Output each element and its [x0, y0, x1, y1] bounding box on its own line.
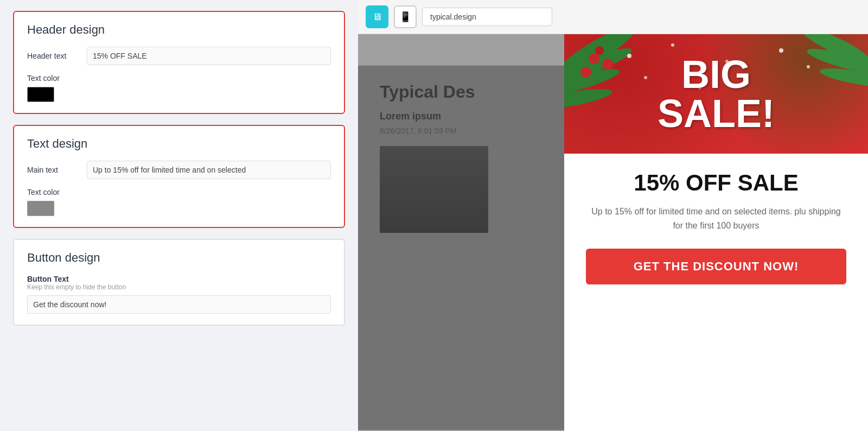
header-text-label: Header text — [27, 52, 87, 60]
svg-point-10 — [595, 46, 604, 55]
svg-point-0 — [564, 34, 639, 81]
popup-cta-button[interactable]: GET THE DISCOUNT NOW! — [586, 249, 846, 284]
url-bar[interactable]: typical.design — [422, 8, 552, 26]
header-color-label: Text color — [27, 74, 331, 83]
popup-subtext: Up to 15% off for limited time and on se… — [586, 205, 846, 232]
svg-point-14 — [779, 48, 783, 53]
website-preview: Home About FAQ Contact Typical Des Lorem… — [358, 34, 868, 431]
button-design-card: Button design Button Text Keep this empt… — [13, 239, 345, 326]
svg-point-16 — [644, 76, 647, 79]
main-text-input[interactable] — [87, 161, 331, 179]
main-text-label: Main text — [27, 166, 87, 174]
header-color-row: Text color — [27, 74, 331, 102]
header-design-title: Header design — [27, 23, 331, 37]
mobile-icon: 📱 — [399, 11, 411, 23]
text-color-swatch[interactable] — [27, 201, 54, 216]
popup-heading: 15% OFF SALE — [586, 170, 846, 196]
svg-point-11 — [627, 54, 631, 58]
big-sale-text-container: BIG SALE! — [658, 55, 775, 133]
popup-overlay[interactable]: BIG SALE! 15% OFF SALE Up to 15% off for… — [358, 34, 868, 431]
header-text-input[interactable] — [87, 47, 331, 65]
svg-point-8 — [602, 59, 613, 69]
button-text-field: Button Text Keep this empty to hide the … — [27, 275, 331, 314]
left-panel: Header design Header text Text color Tex… — [0, 0, 358, 431]
header-text-row: Header text — [27, 47, 331, 65]
button-text-label: Button Text — [27, 275, 87, 283]
right-panel: 🖥 📱 typical.design Home About FAQ Contac… — [358, 0, 868, 431]
main-text-row: Main text — [27, 161, 331, 179]
desktop-icon: 🖥 — [372, 11, 382, 23]
preview-area: Home About FAQ Contact Typical Des Lorem… — [358, 34, 868, 431]
svg-point-1 — [564, 42, 635, 91]
svg-point-7 — [589, 53, 599, 64]
svg-point-9 — [580, 67, 591, 78]
header-design-card: Header design Header text Text color — [13, 11, 345, 114]
svg-point-2 — [564, 64, 622, 102]
text-design-title: Text design — [27, 137, 331, 151]
svg-point-3 — [564, 85, 614, 113]
svg-point-5 — [805, 44, 868, 79]
button-text-input[interactable] — [27, 295, 331, 314]
popup-image-area: BIG SALE! — [564, 34, 868, 154]
text-color-label: Text color — [27, 188, 331, 197]
button-design-title: Button design — [27, 251, 331, 265]
text-color-row: Text color — [27, 188, 331, 216]
svg-point-4 — [798, 34, 868, 68]
svg-point-15 — [807, 65, 810, 68]
popup-modal: BIG SALE! 15% OFF SALE Up to 15% off for… — [564, 34, 868, 431]
svg-point-6 — [819, 65, 868, 91]
svg-point-12 — [671, 43, 674, 47]
text-design-card: Text design Main text Text color — [13, 125, 345, 228]
header-color-swatch[interactable] — [27, 87, 54, 102]
big-text-line1: BIG — [658, 55, 775, 94]
big-text-line2: SALE! — [658, 94, 775, 133]
mobile-device-button[interactable]: 📱 — [394, 5, 417, 28]
popup-body: 15% OFF SALE Up to 15% off for limited t… — [564, 154, 868, 301]
button-text-hint: Keep this empty to hide the button — [27, 283, 331, 291]
desktop-device-button[interactable]: 🖥 — [366, 5, 388, 28]
browser-chrome: 🖥 📱 typical.design — [358, 0, 868, 34]
